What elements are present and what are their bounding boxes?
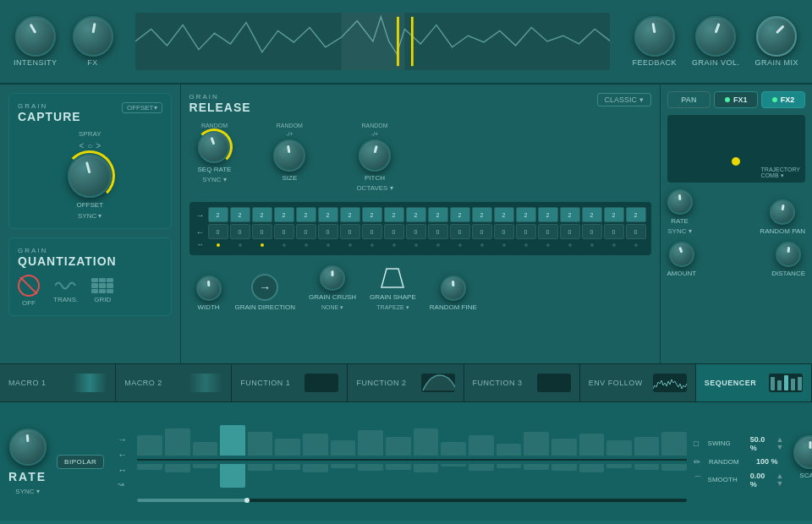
offset-knob[interactable] bbox=[68, 154, 112, 198]
rate-knob[interactable] bbox=[667, 189, 693, 215]
bar-3[interactable] bbox=[193, 442, 218, 456]
feedback-knob[interactable] bbox=[634, 16, 675, 57]
bar-5[interactable] bbox=[248, 432, 273, 456]
grain-mix-knob[interactable] bbox=[756, 16, 797, 57]
bar-down-9[interactable] bbox=[358, 464, 383, 472]
seq-cell[interactable]: 2 bbox=[252, 207, 272, 222]
seq-cell[interactable]: 0 bbox=[604, 224, 624, 239]
bar-down-2[interactable] bbox=[165, 464, 190, 473]
seq-cell[interactable]: 2 bbox=[340, 207, 360, 222]
tab-pan[interactable]: PAN bbox=[667, 91, 711, 108]
tab-function3[interactable]: FUNCTION 3 bbox=[464, 364, 580, 401]
seq-cell[interactable]: 2 bbox=[538, 207, 558, 222]
grain-crush-sub[interactable]: NONE ▾ bbox=[321, 304, 343, 311]
seq-cell[interactable]: 2 bbox=[582, 207, 602, 222]
width-knob[interactable] bbox=[196, 276, 222, 301]
bar-down-1[interactable] bbox=[137, 464, 162, 470]
bar-down-17[interactable] bbox=[579, 464, 605, 473]
bar-11[interactable] bbox=[414, 428, 439, 456]
seq-arrow-bidir[interactable]: ↔ bbox=[118, 465, 127, 475]
bars-scrubber[interactable] bbox=[137, 499, 687, 502]
bar-down-4[interactable] bbox=[220, 464, 245, 488]
bar-10[interactable] bbox=[386, 437, 411, 456]
rate-sync-label[interactable]: SYNC ▾ bbox=[667, 227, 691, 235]
bar-down-10[interactable] bbox=[386, 464, 411, 470]
seq-cell[interactable]: 2 bbox=[318, 207, 338, 222]
seq-cell[interactable]: 0 bbox=[560, 224, 580, 239]
seq-cell[interactable]: 2 bbox=[274, 207, 294, 222]
bar-down-15[interactable] bbox=[524, 464, 549, 470]
sequencer-grid[interactable]: → 2 2 2 2 2 2 2 2 2 2 2 2 2 2 2 2 2 2 2 bbox=[189, 202, 651, 255]
seq-cell[interactable]: 2 bbox=[494, 207, 514, 222]
rate-bottom-knob[interactable] bbox=[9, 428, 47, 466]
bar-14[interactable] bbox=[497, 444, 522, 456]
seq-cell[interactable]: 0 bbox=[516, 224, 536, 239]
intensity-knob[interactable] bbox=[15, 16, 56, 57]
tab-macro2[interactable]: MACRO 2 bbox=[116, 364, 232, 401]
seq-cell[interactable]: 2 bbox=[230, 207, 250, 222]
seq-cell[interactable]: 0 bbox=[538, 224, 558, 239]
bar-down-14[interactable] bbox=[497, 464, 522, 468]
seq-cell[interactable]: 2 bbox=[626, 207, 646, 222]
offset-badge[interactable]: OFFSET▾ bbox=[122, 102, 162, 113]
bar-9[interactable] bbox=[358, 430, 383, 456]
seq-cell[interactable]: 0 bbox=[362, 224, 382, 239]
grain-crush-knob[interactable] bbox=[320, 265, 345, 291]
seq-cell[interactable]: 0 bbox=[472, 224, 492, 239]
bar-down-5[interactable] bbox=[248, 464, 273, 472]
pitch-sub[interactable]: OCTAVES ▾ bbox=[356, 184, 392, 192]
distance-knob[interactable] bbox=[776, 242, 801, 267]
bar-down-12[interactable] bbox=[441, 464, 466, 467]
bar-16[interactable] bbox=[551, 439, 577, 456]
seq-cell[interactable]: 0 bbox=[494, 224, 514, 239]
scale-knob[interactable] bbox=[793, 435, 812, 469]
quant-trans-option[interactable]: TRANS. bbox=[53, 278, 78, 303]
bar-down-19[interactable] bbox=[634, 464, 660, 470]
bipolar-button[interactable]: BIPOLAR bbox=[57, 455, 104, 469]
bar-12[interactable] bbox=[441, 442, 466, 456]
amount-knob[interactable] bbox=[669, 242, 694, 267]
smooth-stepper[interactable]: ▲ ▼ bbox=[776, 472, 784, 488]
size-knob[interactable] bbox=[273, 139, 305, 172]
seq-arrow-left[interactable]: ← bbox=[118, 450, 127, 460]
bar-8[interactable] bbox=[331, 440, 356, 456]
bar-down-7[interactable] bbox=[303, 464, 328, 473]
tab-macro1[interactable]: MACRO 1 bbox=[0, 364, 116, 401]
tab-env-follow[interactable]: ENV FOLLOW bbox=[580, 364, 696, 401]
random-pan-knob[interactable] bbox=[770, 199, 795, 225]
seq-cell[interactable]: 2 bbox=[560, 207, 580, 222]
seq-cell[interactable]: 2 bbox=[450, 207, 470, 222]
seq-cell[interactable]: 0 bbox=[428, 224, 448, 239]
seq-cell[interactable]: 2 bbox=[516, 207, 536, 222]
seq-cell[interactable]: 0 bbox=[274, 224, 294, 239]
xy-pad[interactable]: TRAJECTORY COMB ▾ bbox=[667, 115, 805, 183]
tab-fx2[interactable]: FX2 bbox=[761, 91, 805, 108]
tab-function1[interactable]: FUNCTION 1 bbox=[232, 364, 348, 401]
bar-down-13[interactable] bbox=[469, 464, 494, 472]
bar-2[interactable] bbox=[165, 428, 190, 456]
bar-4[interactable] bbox=[220, 425, 245, 456]
pitch-knob[interactable] bbox=[359, 139, 391, 172]
bar-down-6[interactable] bbox=[275, 464, 300, 470]
bar-down-3[interactable] bbox=[193, 464, 218, 468]
seq-cell[interactable]: 2 bbox=[472, 207, 492, 222]
bar-down-8[interactable] bbox=[331, 464, 356, 468]
quant-grid-option[interactable]: GRID bbox=[91, 278, 113, 303]
waveform-display[interactable] bbox=[135, 13, 611, 70]
tab-function2[interactable]: FUNCTION 2 bbox=[348, 364, 464, 401]
bar-down-16[interactable] bbox=[551, 464, 577, 472]
bar-20[interactable] bbox=[661, 432, 687, 456]
seq-cell[interactable]: 2 bbox=[296, 207, 316, 222]
bar-18[interactable] bbox=[606, 440, 632, 456]
seq-cell[interactable]: 2 bbox=[406, 207, 426, 222]
bar-19[interactable] bbox=[634, 437, 660, 456]
seq-cell[interactable]: 0 bbox=[296, 224, 316, 239]
seq-cell[interactable]: 2 bbox=[384, 207, 404, 222]
seq-cell[interactable]: 0 bbox=[340, 224, 360, 239]
bar-15[interactable] bbox=[524, 432, 549, 456]
grain-vol-knob[interactable] bbox=[695, 16, 736, 57]
bar-13[interactable] bbox=[469, 435, 494, 456]
seq-rate-knob[interactable] bbox=[198, 131, 230, 163]
bar-down-18[interactable] bbox=[606, 464, 632, 468]
offset-sync-label[interactable]: SYNC ▾ bbox=[78, 212, 102, 220]
